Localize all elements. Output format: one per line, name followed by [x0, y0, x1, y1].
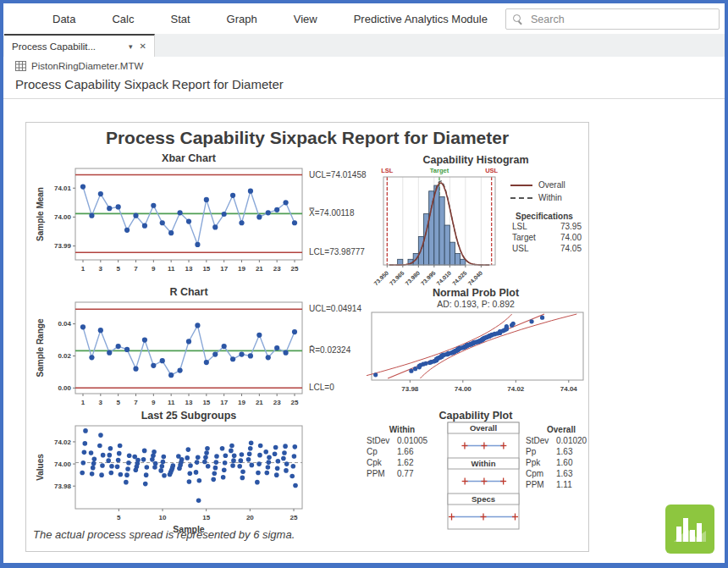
svg-text:19: 19 [238, 265, 245, 273]
svg-text:Xbar Chart: Xbar Chart [162, 152, 217, 164]
worksheet-row[interactable]: PistonRingDiameter.MTW [15, 61, 143, 71]
overall-line-sample [510, 185, 532, 186]
svg-text:5: 5 [116, 399, 120, 406]
svg-text:9: 9 [152, 399, 156, 406]
svg-text:0.02: 0.02 [58, 352, 71, 360]
svg-text:11: 11 [168, 265, 175, 273]
spec-target-label: Target [512, 232, 536, 243]
within-ppm-value: 0.77 [397, 468, 413, 479]
svg-text:5: 5 [116, 265, 120, 273]
spec-row-usl: USL 74.05 [510, 243, 582, 254]
svg-text:19: 19 [238, 399, 245, 406]
svg-text:74.00: 74.00 [455, 385, 472, 393]
svg-text:23: 23 [273, 399, 281, 406]
menu-item-graph[interactable]: Graph [227, 13, 257, 25]
svg-text:73.995: 73.995 [420, 270, 437, 287]
svg-text:UCL=0.04914: UCL=0.04914 [309, 304, 361, 313]
specifications-header: Specifications [516, 212, 587, 221]
worksheet-grid-icon [15, 61, 26, 71]
close-icon[interactable]: ✕ [140, 41, 146, 51]
within-ppm-label: PPM [367, 468, 397, 479]
svg-text:21: 21 [256, 265, 263, 273]
overall-cpm-value: 1.63 [556, 468, 572, 479]
svg-text:74.04: 74.04 [560, 385, 578, 393]
svg-text:73.98: 73.98 [54, 483, 72, 490]
tab-bar: Process Capabilit... ▾ ✕ [3, 34, 725, 57]
bar-chart-icon [665, 505, 714, 554]
overall-pp-row: Pp 1.63 [526, 446, 597, 457]
within-stdev-value: 0.01005 [397, 435, 427, 446]
svg-text:Target: Target [430, 167, 449, 174]
normal-prob-plot-chart: 73.9874.0074.0274.04 [367, 311, 590, 395]
svg-text:13: 13 [185, 399, 193, 406]
overall-ppk-row: Ppk 1.60 [526, 457, 597, 468]
svg-text:74.025: 74.025 [451, 270, 468, 287]
svg-text:Overall: Overall [470, 423, 497, 433]
overall-ppk-value: 1.60 [556, 457, 572, 468]
svg-text:15: 15 [202, 514, 210, 521]
menu-item-calc[interactable]: Calc [112, 13, 134, 25]
output-title: Process Capability Sixpack Report for Di… [15, 77, 284, 91]
legend-within-row: Within [510, 191, 587, 204]
within-cp-label: Cp [367, 446, 397, 457]
svg-text:1: 1 [81, 265, 85, 273]
last25-subgroups-chart: Last 25 Subgroups73.9874.0074.0251015202… [33, 409, 372, 538]
within-cp-value: 1.66 [397, 446, 413, 457]
svg-text:10: 10 [159, 514, 167, 521]
svg-text:LSL: LSL [381, 167, 394, 174]
menu-item-data[interactable]: Data [52, 13, 75, 25]
within-cp-row: Cp 1.66 [367, 446, 438, 457]
overall-cpm-label: Cpm [526, 468, 556, 479]
search-input[interactable] [529, 13, 712, 26]
legend-overall-label: Overall [538, 180, 565, 190]
svg-text:21: 21 [256, 399, 263, 406]
svg-text:X̿=74.00118: X̿=74.00118 [309, 207, 355, 218]
spec-lsl-label: LSL [512, 221, 527, 232]
within-ppm-row: PPM 0.77 [367, 468, 438, 479]
svg-text:3: 3 [99, 265, 103, 273]
svg-text:25: 25 [291, 399, 299, 406]
svg-text:5: 5 [117, 514, 121, 521]
legend-overall-row: Overall [510, 179, 587, 191]
svg-text:Specs: Specs [472, 494, 495, 504]
svg-text:25: 25 [291, 265, 299, 273]
overall-cpm-row: Cpm 1.63 [526, 468, 597, 479]
capability-histogram-chart: LSLTargetUSL73.95073.96573.98073.99574.0… [372, 165, 509, 307]
svg-text:11: 11 [168, 399, 175, 406]
svg-text:7: 7 [134, 399, 138, 406]
svg-text:23: 23 [273, 265, 281, 273]
menu-item-view[interactable]: View [294, 13, 317, 25]
svg-text:3: 3 [99, 399, 103, 406]
spec-usl-label: USL [512, 243, 528, 254]
search-box[interactable] [505, 8, 720, 30]
overall-stdev-label: StDev [526, 435, 556, 446]
capability-interval-plot: OverallWithinSpecs [444, 421, 522, 532]
svg-text:74.02: 74.02 [54, 438, 72, 446]
histogram-title: Capability Histogram [365, 154, 587, 166]
svg-text:Within: Within [472, 459, 496, 468]
svg-text:15: 15 [202, 399, 210, 406]
overall-stdev-value: 0.01020 [556, 435, 587, 446]
svg-text:74.040: 74.040 [466, 270, 483, 287]
spec-lsl-value: 73.95 [560, 221, 582, 232]
header-divider [3, 98, 725, 99]
svg-text:Last 25 Subgroups: Last 25 Subgroups [141, 410, 237, 422]
within-cpk-row: Cpk 1.62 [367, 457, 438, 468]
svg-text:15: 15 [202, 265, 210, 273]
svg-text:17: 17 [220, 399, 228, 406]
menu-item-stat[interactable]: Stat [170, 13, 190, 25]
normal-prob-plot-subtitle: AD: 0.193, P: 0.892 [365, 299, 587, 309]
svg-text:74.02: 74.02 [507, 385, 525, 393]
svg-text:25: 25 [290, 514, 298, 521]
svg-text:USL: USL [485, 167, 498, 174]
menu-item-predictive-analytics-module[interactable]: Predictive Analytics Module [354, 13, 488, 25]
spec-row-lsl: LSL 73.95 [510, 221, 582, 232]
tab-process-capability[interactable]: Process Capabilit... ▾ ✕ [4, 34, 155, 57]
chart-app-icon[interactable] [665, 505, 714, 554]
within-stdev-row: StDev 0.01005 [367, 435, 438, 446]
svg-text:9: 9 [152, 265, 156, 273]
svg-text:74.010: 74.010 [435, 270, 452, 287]
chevron-down-icon[interactable]: ▾ [129, 42, 133, 51]
svg-text:Values: Values [36, 454, 45, 481]
svg-text:73.965: 73.965 [389, 270, 405, 287]
